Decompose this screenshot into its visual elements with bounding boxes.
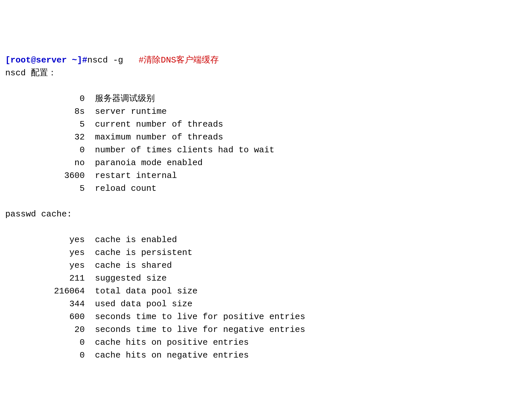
passwd-value: 216064	[5, 285, 85, 298]
passwd-row: 20 seconds time to live for negative ent…	[5, 323, 527, 336]
config-value: no	[5, 157, 85, 169]
passwd-label: used data pool size	[95, 299, 192, 309]
config-value: 3600	[5, 169, 85, 182]
passwd-value: yes	[5, 259, 85, 272]
config-row: 0 number of times clients had to wait	[5, 144, 527, 157]
config-value: 0	[5, 92, 85, 105]
config-value: 5	[5, 118, 85, 131]
shell-prompt: [root@server ~]#	[5, 55, 87, 65]
passwd-value: yes	[5, 234, 85, 246]
section-header-passwd: passwd cache:	[5, 208, 527, 221]
config-value: 5	[5, 182, 85, 195]
config-label: maximum number of threads	[95, 132, 223, 142]
passwd-row: yes cache is enabled	[5, 234, 527, 246]
passwd-row: 211 suggested size	[5, 272, 527, 285]
passwd-row: 600 seconds time to live for positive en…	[5, 311, 527, 323]
passwd-label: total data pool size	[95, 286, 197, 296]
passwd-label: seconds time to live for negative entrie…	[95, 325, 305, 335]
passwd-label: cache is shared	[95, 261, 172, 270]
config-label: number of times clients had to wait	[95, 145, 274, 155]
passwd-row: 216064 total data pool size	[5, 285, 527, 298]
comment-text: #清除DNS客户端缓存	[139, 55, 219, 65]
config-row: 32 maximum number of threads	[5, 131, 527, 144]
config-value: 8s	[5, 105, 85, 118]
passwd-label: cache hits on positive entries	[95, 338, 249, 347]
config-row: no paranoia mode enabled	[5, 157, 527, 169]
passwd-row: yes cache is shared	[5, 259, 527, 272]
passwd-value: 0	[5, 336, 85, 349]
config-value: 0	[5, 144, 85, 157]
passwd-value: 0	[5, 349, 85, 362]
config-row: 5 reload count	[5, 182, 527, 195]
passwd-label: cache is persistent	[95, 248, 192, 258]
command-line: [root@server ~]#nscd -g #清除DNS客户端缓存	[5, 54, 527, 67]
passwd-row: 344 used data pool size	[5, 298, 527, 311]
config-value: 32	[5, 131, 85, 144]
terminal-output: [root@server ~]#nscd -g #清除DNS客户端缓存nscd …	[5, 54, 527, 362]
passwd-row: yes cache is persistent	[5, 246, 527, 259]
command-text: nscd -g	[87, 55, 123, 65]
config-label: restart internal	[95, 171, 177, 181]
config-label: reload count	[95, 184, 156, 193]
passwd-value: 20	[5, 323, 85, 336]
passwd-value: yes	[5, 246, 85, 259]
passwd-value: 344	[5, 298, 85, 311]
passwd-value: 600	[5, 311, 85, 323]
config-row: 0 服务器调试级别	[5, 92, 527, 105]
config-row: 5 current number of threads	[5, 118, 527, 131]
config-label: paranoia mode enabled	[95, 158, 203, 168]
passwd-label: seconds time to live for positive entrie…	[95, 312, 305, 322]
config-label: 服务器调试级别	[95, 94, 155, 104]
section-header-config: nscd 配置：	[5, 67, 527, 80]
config-row: 8s server runtime	[5, 105, 527, 118]
passwd-label: cache hits on negative entries	[95, 350, 249, 360]
passwd-label: cache is enabled	[95, 235, 177, 245]
passwd-value: 211	[5, 272, 85, 285]
passwd-row: 0 cache hits on negative entries	[5, 349, 527, 362]
config-label: server runtime	[95, 107, 167, 116]
config-row: 3600 restart internal	[5, 169, 527, 182]
config-label: current number of threads	[95, 119, 223, 129]
passwd-row: 0 cache hits on positive entries	[5, 336, 527, 349]
passwd-label: suggested size	[95, 273, 167, 283]
